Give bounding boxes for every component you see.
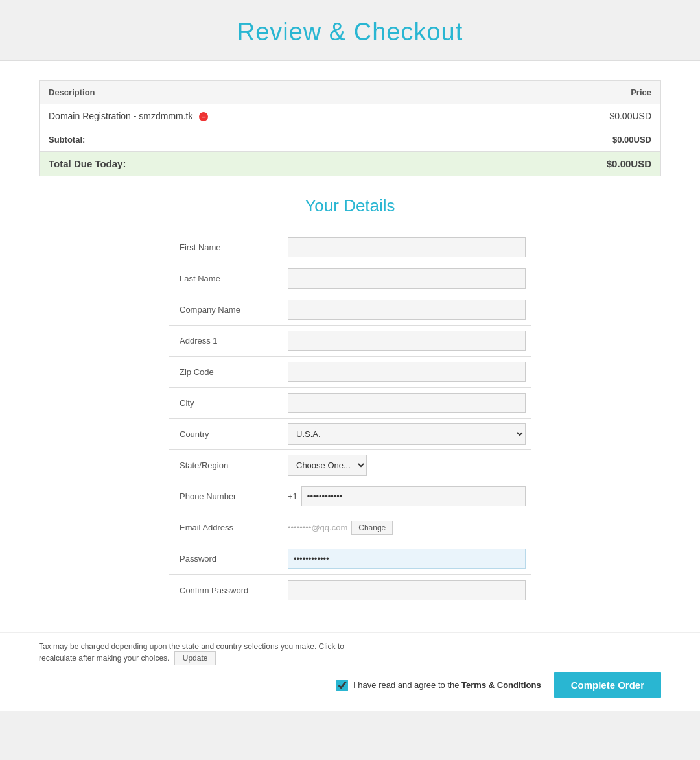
zip-code-label: Zip Code	[169, 361, 283, 383]
change-email-button[interactable]: Change	[351, 521, 393, 535]
city-input[interactable]	[288, 393, 526, 413]
update-button[interactable]: Update	[174, 651, 216, 665]
address1-label: Address 1	[169, 329, 283, 352]
company-name-row: Company Name	[169, 294, 531, 326]
last-name-field	[283, 265, 531, 292]
table-header-row: Description Price	[40, 81, 661, 104]
confirm-password-row: Confirm Password	[169, 575, 531, 606]
terms-label: I have read and agree to the Terms & Con…	[353, 680, 541, 690]
email-label: Email Address	[169, 516, 283, 539]
tax-note: Tax may be charged depending upon the st…	[39, 642, 376, 665]
total-label: Total Due Today:	[40, 152, 498, 176]
subtotal-value: $0.00USD	[498, 128, 661, 152]
state-label: State/Region	[169, 454, 283, 477]
item-price: $0.00USD	[498, 104, 661, 128]
last-name-row: Last Name	[169, 263, 531, 294]
subtotal-row: Subtotal: $0.00USD	[40, 128, 661, 152]
page-header: Review & Checkout	[0, 0, 700, 61]
country-label: Country	[169, 423, 283, 445]
table-row: Domain Registration - smzdmmm.tk $0.00US…	[40, 104, 661, 128]
phone-row: Phone Number +1	[169, 481, 531, 512]
page-title: Review & Checkout	[0, 18, 700, 46]
state-select[interactable]: Choose One... Alabama Alaska California …	[288, 455, 367, 476]
company-name-field	[283, 296, 531, 324]
order-table: Description Price Domain Registration - …	[39, 80, 661, 176]
first-name-label: First Name	[169, 236, 283, 259]
company-name-label: Company Name	[169, 298, 283, 321]
total-row: Total Due Today: $0.00USD	[40, 152, 661, 176]
confirm-password-field	[283, 576, 531, 604]
zip-code-row: Zip Code	[169, 357, 531, 388]
address1-row: Address 1	[169, 326, 531, 357]
first-name-row: First Name	[169, 232, 531, 263]
phone-prefix: +1	[288, 492, 298, 501]
zip-code-field	[283, 358, 531, 386]
company-name-input[interactable]	[288, 300, 526, 320]
terms-check[interactable]: I have read and agree to the Terms & Con…	[336, 680, 541, 691]
phone-input[interactable]	[301, 486, 526, 506]
details-form: First Name Last Name Company Name Addres…	[169, 232, 531, 606]
zip-code-input[interactable]	[288, 362, 526, 382]
email-display: ••••••••@qq.com	[288, 523, 347, 532]
state-field: Choose One... Alabama Alaska California …	[283, 451, 531, 480]
description-column-header: Description	[40, 81, 498, 104]
total-value: $0.00USD	[498, 152, 661, 176]
first-name-field	[283, 233, 531, 261]
city-field	[283, 389, 531, 417]
country-row: Country U.S.A. U.K. Canada Australia	[169, 419, 531, 450]
bottom-bar: I have read and agree to the Terms & Con…	[39, 672, 661, 698]
confirm-password-label: Confirm Password	[169, 579, 283, 602]
country-field: U.S.A. U.K. Canada Australia	[283, 420, 531, 449]
email-row: Email Address ••••••••@qq.com Change	[169, 512, 531, 543]
subtotal-label: Subtotal:	[40, 128, 498, 152]
address1-input[interactable]	[288, 331, 526, 351]
phone-field: +1	[283, 482, 531, 510]
last-name-label: Last Name	[169, 267, 283, 290]
price-column-header: Price	[498, 81, 661, 104]
terms-checkbox[interactable]	[336, 680, 348, 691]
first-name-input[interactable]	[288, 237, 526, 257]
city-row: City	[169, 388, 531, 419]
email-field: ••••••••@qq.com Change	[283, 517, 531, 539]
item-description: Domain Registration - smzdmmm.tk	[40, 104, 498, 128]
state-row: State/Region Choose One... Alabama Alask…	[169, 450, 531, 481]
city-label: City	[169, 392, 283, 414]
phone-label: Phone Number	[169, 485, 283, 508]
footer-area: Tax may be charged depending upon the st…	[0, 632, 700, 711]
complete-order-button[interactable]: Complete Order	[554, 672, 661, 698]
password-field	[283, 545, 531, 573]
password-input[interactable]	[288, 549, 526, 569]
last-name-input[interactable]	[288, 268, 526, 289]
main-content: Description Price Domain Registration - …	[0, 61, 700, 632]
address1-field	[283, 327, 531, 355]
password-label: Password	[169, 547, 283, 570]
remove-item-icon[interactable]	[199, 112, 208, 121]
your-details-title: Your Details	[39, 196, 661, 216]
country-select[interactable]: U.S.A. U.K. Canada Australia	[288, 423, 526, 445]
confirm-password-input[interactable]	[288, 580, 526, 600]
password-row: Password	[169, 543, 531, 575]
